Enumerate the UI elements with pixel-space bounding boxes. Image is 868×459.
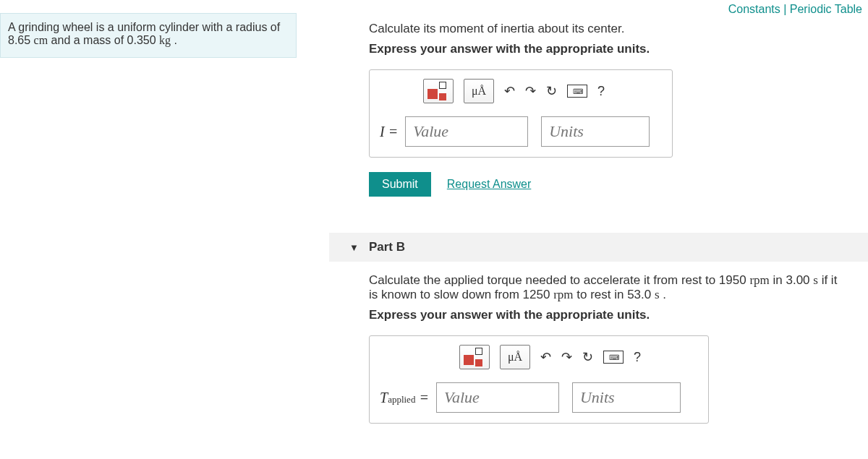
special-chars-button[interactable]: μÅ <box>500 345 530 369</box>
pb-text-1: Calculate the applied torque needed to a… <box>369 273 749 287</box>
redo-icon[interactable]: ↷ <box>561 349 572 365</box>
part-a-toolbar: μÅ ↶ ↷ ↻ ⌨ ? <box>423 79 662 103</box>
pb-text-5: . <box>660 288 666 301</box>
part-a-prompt: Calculate its moment of inertia about it… <box>369 22 839 36</box>
problem-text-b: and a mass of 0.350 <box>48 34 159 46</box>
problem-text-c: . <box>171 34 177 46</box>
reset-icon[interactable]: ↻ <box>546 83 557 99</box>
special-chars-button[interactable]: μÅ <box>464 79 494 103</box>
part-b-inputs: Tapplied = <box>380 382 698 413</box>
template-icon <box>461 348 488 366</box>
part-b-units-input[interactable] <box>572 382 681 413</box>
part-b-value-input[interactable] <box>436 382 559 413</box>
submit-button[interactable]: Submit <box>369 172 431 197</box>
collapse-icon[interactable]: ▼ <box>349 242 359 253</box>
pb-s1: s <box>813 273 818 287</box>
part-b-lhs: Tapplied = <box>380 390 429 406</box>
help-icon[interactable]: ? <box>597 84 605 99</box>
part-b-header[interactable]: ▼ Part B <box>329 233 868 262</box>
part-b-prompt: Calculate the applied torque needed to a… <box>369 273 839 302</box>
part-a-section: Calculate its moment of inertia about it… <box>329 0 868 204</box>
keyboard-icon[interactable]: ⌨ <box>603 351 624 364</box>
request-answer-link[interactable]: Request Answer <box>447 178 532 191</box>
part-a-submit-row: Submit Request Answer <box>369 172 839 197</box>
reset-icon[interactable]: ↻ <box>582 349 593 365</box>
template-picker-button[interactable] <box>423 79 454 103</box>
part-b-section: Calculate the applied torque needed to a… <box>329 262 868 431</box>
pb-text-4: to rest in 53.0 <box>574 288 655 301</box>
part-a-lhs: I = <box>380 124 398 140</box>
redo-icon[interactable]: ↷ <box>525 83 536 99</box>
template-icon <box>425 82 452 100</box>
pb-s2: s <box>655 288 660 301</box>
keyboard-icon[interactable]: ⌨ <box>567 85 587 98</box>
part-b-label: Part B <box>369 240 405 254</box>
template-picker-button[interactable] <box>459 345 490 369</box>
part-a-instructions: Express your answer with the appropriate… <box>369 42 839 56</box>
help-icon[interactable]: ? <box>634 350 641 365</box>
pb-lhs-sub: applied <box>388 394 415 405</box>
part-a-inputs: I = <box>380 116 662 147</box>
part-b-answer-box: μÅ ↶ ↷ ↻ ⌨ ? Tapplied = <box>369 335 709 424</box>
unit-kg: kg <box>159 34 171 46</box>
pb-rpm2: rpm <box>553 288 573 301</box>
part-a-answer-box: μÅ ↶ ↷ ↻ ⌨ ? I = <box>369 69 673 158</box>
pb-lhs-eq: = <box>415 390 429 406</box>
undo-icon[interactable]: ↶ <box>540 349 551 365</box>
part-a-units-input[interactable] <box>541 116 650 147</box>
part-b-toolbar: μÅ ↶ ↷ ↻ ⌨ ? <box>459 345 698 369</box>
problem-statement: A grinding wheel is a uniform cylinder w… <box>0 13 297 58</box>
undo-icon[interactable]: ↶ <box>504 83 515 99</box>
part-a-value-input[interactable] <box>405 116 528 147</box>
pb-text-2: in 3.00 <box>770 273 814 287</box>
unit-cm: cm <box>34 34 48 46</box>
right-pane: Calculate its moment of inertia about it… <box>329 0 868 431</box>
part-b-instructions: Express your answer with the appropriate… <box>369 308 839 322</box>
pb-rpm1: rpm <box>749 273 769 287</box>
pb-lhs-T: T <box>380 390 388 406</box>
